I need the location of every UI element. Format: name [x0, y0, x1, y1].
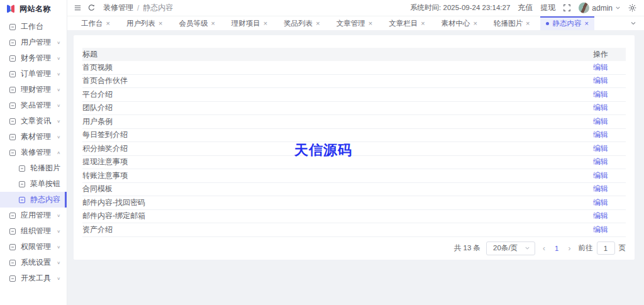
- tab[interactable]: 文章管理 ×: [331, 16, 378, 30]
- edit-link[interactable]: 编辑: [593, 171, 608, 180]
- edit-link[interactable]: 编辑: [593, 144, 608, 153]
- edit-link[interactable]: 编辑: [593, 117, 608, 126]
- sidebar-item-label: 组织管理: [21, 226, 57, 236]
- logo-icon: [6, 4, 16, 14]
- tab-list-dropdown[interactable]: [626, 20, 640, 26]
- row-action: 编辑: [575, 225, 626, 235]
- row-action: 编辑: [575, 116, 626, 127]
- page-size-select[interactable]: 20条/页: [486, 241, 535, 255]
- tab-close-icon[interactable]: ×: [264, 20, 267, 27]
- system-time: 系统时间: 2025-09-24 23:14:27: [410, 3, 510, 13]
- edit-link[interactable]: 编辑: [593, 184, 608, 193]
- tab-label: 工作台: [81, 19, 103, 28]
- user-management-icon: [9, 39, 16, 47]
- tab-close-icon[interactable]: ×: [526, 20, 530, 27]
- sidebar-item[interactable]: 工作台: [0, 19, 67, 35]
- row-action: 编辑: [575, 103, 626, 113]
- sidebar-item-label: 工作台: [21, 21, 61, 32]
- tab[interactable]: 静态内容 ×: [540, 16, 594, 30]
- tab[interactable]: 奖品列表 ×: [278, 16, 325, 30]
- edit-link[interactable]: 编辑: [593, 198, 608, 207]
- tab-bar: 工作台 × 用户列表 × 会员等级 × 理财项目 ×: [67, 16, 644, 30]
- tab-close-icon[interactable]: ×: [211, 20, 214, 27]
- chevron-icon: ∨: [57, 276, 61, 280]
- edit-link[interactable]: 编辑: [593, 225, 608, 234]
- sidebar-item[interactable]: 开发工具 ∨: [0, 270, 67, 286]
- refresh-icon[interactable]: [87, 4, 96, 12]
- tab-close-icon[interactable]: ×: [106, 20, 110, 27]
- withdraw-button[interactable]: 提现: [540, 3, 555, 13]
- edit-link[interactable]: 编辑: [593, 90, 608, 99]
- prize-management-icon: [9, 102, 16, 109]
- tab-close-icon[interactable]: ×: [369, 20, 372, 27]
- static-content-icon: [18, 196, 26, 204]
- system-time-value: 2025-09-24 23:14:27: [443, 4, 511, 11]
- sidebar-item[interactable]: 系统设置 ∨: [0, 255, 67, 270]
- edit-link[interactable]: 编辑: [593, 130, 608, 139]
- table-row: 邮件内容-绑定邮箱 编辑: [82, 210, 626, 224]
- sidebar-item[interactable]: 订单管理 ∨: [0, 66, 67, 82]
- edit-link[interactable]: 编辑: [593, 157, 608, 166]
- next-page-button[interactable]: ›: [567, 244, 573, 253]
- sidebar-item-label: 菜单按钮: [30, 179, 61, 189]
- sidebar-item[interactable]: 菜单按钮: [0, 176, 67, 192]
- table-row: 团队介绍 编辑: [82, 102, 626, 116]
- sidebar-item[interactable]: 应用管理 ∨: [0, 208, 67, 223]
- sidebar-item[interactable]: 用户管理 ∨: [0, 35, 67, 50]
- pagination: 共 13 条 20条/页 ‹ 1 › 前往 页: [82, 241, 626, 255]
- tab-label: 用户列表: [126, 19, 155, 28]
- tab-label: 文章管理: [336, 19, 365, 28]
- page-size-value: 20条/页: [493, 243, 518, 253]
- sidebar-item[interactable]: 权限管理 ∨: [0, 239, 67, 255]
- sidebar-item[interactable]: 文章资讯 ∨: [0, 113, 67, 129]
- table-body: 首页视频 编辑 首页合作伙伴 编辑 平台介绍: [82, 61, 626, 237]
- row-title: 提现注意事项: [82, 157, 575, 167]
- content-area: 标题 操作 首页视频 编辑 首页合作伙伴 编辑: [67, 30, 644, 305]
- sidebar-item[interactable]: 财务管理 ∨: [0, 50, 67, 66]
- edit-link[interactable]: 编辑: [593, 76, 608, 85]
- table-row: 转账注意事项 编辑: [82, 169, 626, 183]
- user-menu[interactable]: admin: [579, 3, 621, 13]
- chevron-down-icon: [630, 20, 636, 26]
- tab[interactable]: 文章栏目 ×: [383, 16, 430, 30]
- sidebar-item[interactable]: 轮播图片: [0, 160, 67, 176]
- wealth-management-icon: [9, 86, 16, 94]
- tab[interactable]: 工作台 ×: [75, 16, 116, 30]
- sidebar-item[interactable]: 素材管理 ∨: [0, 129, 67, 145]
- breadcrumb-section[interactable]: 装修管理: [103, 3, 133, 13]
- fullscreen-icon[interactable]: [563, 4, 571, 12]
- tab[interactable]: 会员等级 ×: [173, 16, 220, 30]
- tab-close-icon[interactable]: ×: [584, 20, 588, 27]
- tab-label: 轮播图片: [494, 19, 523, 28]
- sidebar-item[interactable]: 理财管理 ∨: [0, 82, 67, 97]
- current-page[interactable]: 1: [553, 245, 560, 252]
- chevron-icon: ∨: [57, 135, 61, 139]
- sidebar-item-label: 静态内容: [30, 194, 61, 205]
- row-title: 邮件内容-找回密码: [82, 197, 575, 208]
- sidebar-item[interactable]: 装修管理 ∧: [0, 145, 67, 160]
- chevron-icon: ∨: [57, 260, 61, 265]
- collapse-menu-icon[interactable]: [74, 4, 82, 12]
- tab-label: 素材中心: [441, 19, 470, 28]
- sidebar-item-label: 应用管理: [21, 210, 57, 221]
- tab[interactable]: 理财项目 ×: [226, 16, 273, 30]
- tab[interactable]: 素材中心 ×: [436, 16, 483, 30]
- sidebar-item[interactable]: 静态内容: [0, 192, 67, 208]
- tab-close-icon[interactable]: ×: [474, 20, 477, 27]
- tab[interactable]: 用户列表 ×: [121, 16, 168, 30]
- edit-link[interactable]: 编辑: [593, 63, 608, 72]
- row-action: 编辑: [575, 197, 626, 208]
- tab-close-icon[interactable]: ×: [421, 20, 425, 27]
- recharge-button[interactable]: 充值: [518, 3, 533, 13]
- tab-close-icon[interactable]: ×: [316, 20, 319, 27]
- tab-close-icon[interactable]: ×: [158, 20, 162, 27]
- sidebar-item[interactable]: 组织管理 ∨: [0, 223, 67, 239]
- gear-icon[interactable]: [628, 4, 636, 12]
- breadcrumb-separator: /: [137, 4, 139, 13]
- tab[interactable]: 轮播图片 ×: [488, 16, 535, 30]
- prev-page-button[interactable]: ‹: [541, 244, 547, 253]
- edit-link[interactable]: 编辑: [593, 211, 608, 220]
- sidebar-item[interactable]: 奖品管理 ∨: [0, 97, 67, 113]
- goto-page-input[interactable]: [597, 241, 615, 255]
- edit-link[interactable]: 编辑: [593, 103, 608, 112]
